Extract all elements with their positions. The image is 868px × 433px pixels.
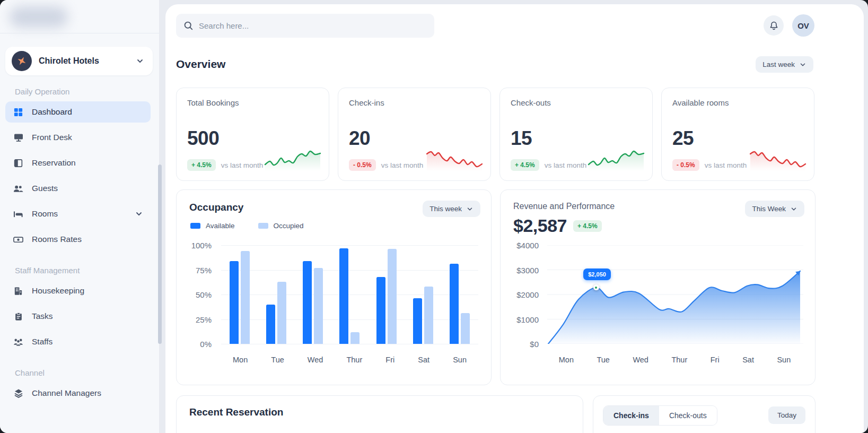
recent-reservation-title: Recent Reservation bbox=[189, 406, 283, 418]
channel-managers-icon bbox=[13, 388, 24, 399]
hotel-selector[interactable]: Chirolet Hotels bbox=[5, 47, 153, 75]
sidebar-item-housekeeping[interactable]: Housekeeping bbox=[5, 280, 151, 301]
chevron-down-icon bbox=[790, 205, 797, 213]
delta-badge: + 4.5% bbox=[187, 159, 216, 171]
tab-check-ins[interactable]: Check-ins bbox=[603, 406, 659, 425]
bar-group[interactable] bbox=[266, 245, 286, 344]
sidebar-item-channel-managers[interactable]: Channel Managers bbox=[5, 383, 151, 404]
bar-group[interactable] bbox=[303, 245, 323, 344]
search-bar[interactable] bbox=[176, 14, 434, 38]
sparkline-chart bbox=[749, 148, 808, 174]
sidebar-item-label: Tasks bbox=[32, 311, 53, 321]
avatar[interactable]: OV bbox=[792, 14, 814, 37]
range-label: This week bbox=[429, 205, 462, 213]
stat-value: 15 bbox=[511, 127, 532, 150]
bar-group[interactable] bbox=[450, 245, 470, 344]
rooms-rates-icon bbox=[13, 235, 24, 245]
range-label: Last week bbox=[762, 60, 795, 68]
revenue-range-select[interactable]: This Week bbox=[745, 201, 804, 217]
occupancy-title: Occupancy bbox=[189, 202, 243, 213]
sidebar-item-dashboard[interactable]: Dashboard bbox=[5, 101, 151, 123]
checks-tab-group: Check-ins Check-outs bbox=[603, 405, 717, 426]
sidebar-item-guests[interactable]: Guests bbox=[5, 178, 151, 199]
bar-group[interactable] bbox=[413, 245, 433, 344]
tasks-icon bbox=[13, 311, 24, 322]
brand-logo-icon bbox=[12, 51, 32, 71]
bell-icon bbox=[769, 21, 779, 31]
recent-reservation-card: Recent Reservation bbox=[176, 395, 583, 433]
sidebar-item-label: Staffs bbox=[32, 337, 52, 347]
revenue-tooltip: $2,050 bbox=[583, 269, 611, 280]
stat-title: Check-ins bbox=[349, 98, 384, 107]
search-icon bbox=[183, 21, 194, 31]
bar-group[interactable] bbox=[376, 245, 397, 344]
legend-swatch bbox=[258, 223, 268, 229]
today-button[interactable]: Today bbox=[768, 406, 805, 424]
sidebar-scrollbar-thumb[interactable] bbox=[158, 164, 162, 344]
sidebar-item-label: Front Desk bbox=[32, 133, 72, 142]
sidebar-item-label: Channel Managers bbox=[32, 388, 101, 398]
sidebar-item-rooms-rates[interactable]: Rooms Rates bbox=[5, 229, 151, 250]
brand-name: Chirolet Hotels bbox=[39, 56, 99, 66]
dashboard-icon bbox=[13, 107, 24, 117]
chevron-down-icon bbox=[136, 57, 144, 65]
occupancy-chart: 100%75%50%25%0% bbox=[189, 245, 478, 344]
bar-group[interactable] bbox=[230, 245, 250, 344]
occupancy-range-select[interactable]: This week bbox=[423, 201, 480, 217]
stat-title: Total Bookings bbox=[187, 98, 239, 107]
reservation-icon bbox=[13, 158, 24, 168]
occupancy-y-axis: 100%75%50%25%0% bbox=[189, 245, 214, 344]
range-label: This Week bbox=[752, 205, 786, 213]
compare-label: vs last month bbox=[545, 161, 587, 169]
compare-label: vs last month bbox=[705, 161, 747, 169]
stat-card-check-ins: Check-ins 20 - 0.5% vs last month bbox=[338, 88, 491, 181]
occupancy-bars bbox=[221, 245, 478, 344]
tab-check-outs[interactable]: Check-outs bbox=[659, 406, 717, 425]
section-label-staff-management: Staff Management bbox=[5, 262, 151, 280]
delta-badge: + 4.5% bbox=[511, 159, 539, 171]
revenue-card: Revenue and Performance This Week $2,587… bbox=[500, 189, 816, 385]
legend-item-occupied: Occupied bbox=[258, 222, 304, 230]
section-label-channel: Channel bbox=[5, 364, 151, 383]
chevron-down-icon bbox=[466, 205, 474, 213]
sidebar-item-label: Housekeeping bbox=[32, 286, 84, 296]
sidebar-item-tasks[interactable]: Tasks bbox=[5, 306, 151, 327]
page-title: Overview bbox=[176, 58, 225, 71]
sidebar-item-label: Reservation bbox=[32, 158, 76, 168]
rooms-icon bbox=[13, 209, 24, 219]
stat-title: Check-outs bbox=[511, 98, 551, 107]
revenue-chart: $4000$3000$2000$1000$0 $2,050 bbox=[513, 245, 802, 344]
sidebar-item-staffs[interactable]: Staffs bbox=[5, 331, 151, 352]
sidebar-item-label: Rooms Rates bbox=[32, 235, 82, 244]
sparkline-chart bbox=[264, 148, 322, 174]
stat-card-available-rooms: Available rooms 25 - 0.5% vs last month bbox=[661, 88, 814, 181]
chevron-down-icon bbox=[135, 210, 143, 218]
guests-icon bbox=[13, 184, 24, 194]
delta-badge: - 0.5% bbox=[349, 159, 376, 171]
notifications-button[interactable] bbox=[764, 15, 784, 36]
overview-range-select[interactable]: Last week bbox=[756, 56, 813, 73]
sparkline-chart bbox=[426, 148, 484, 174]
sidebar-item-reservation[interactable]: Reservation bbox=[5, 152, 151, 174]
section-label-daily-operation: Daily Operation bbox=[5, 83, 151, 101]
sidebar-item-front-desk[interactable]: Front Desk bbox=[5, 127, 151, 148]
checks-card: Check-ins Check-outs Today bbox=[593, 395, 816, 433]
app-root: Chirolet Hotels Daily Operation Dashboar… bbox=[0, 0, 868, 433]
compare-label: vs last month bbox=[221, 161, 264, 169]
stat-title: Available rooms bbox=[672, 98, 729, 107]
sidebar-item-label: Dashboard bbox=[32, 107, 72, 117]
compare-label: vs last month bbox=[381, 161, 424, 169]
stat-value: 20 bbox=[349, 127, 370, 150]
blurred-logo bbox=[10, 6, 68, 28]
revenue-title: Revenue and Performance bbox=[513, 202, 615, 211]
search-input[interactable] bbox=[199, 21, 427, 30]
sidebar-item-rooms[interactable]: Rooms bbox=[5, 203, 151, 224]
chevron-down-icon bbox=[799, 61, 806, 68]
legend-item-available: Available bbox=[190, 222, 235, 230]
revenue-amount: $2,587 bbox=[513, 215, 567, 236]
stat-value: 25 bbox=[672, 127, 694, 150]
sidebar-item-label: Rooms bbox=[32, 209, 58, 219]
stat-card-total-bookings: Total Bookings 500 + 4.5% vs last month bbox=[176, 88, 329, 181]
stat-value: 500 bbox=[187, 127, 219, 150]
bar-group[interactable] bbox=[339, 245, 360, 344]
